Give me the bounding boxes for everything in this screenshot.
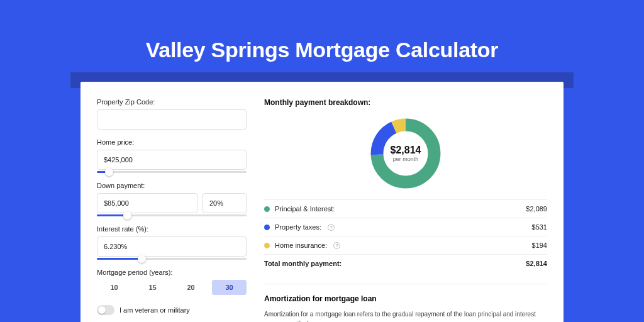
interest-slider-fill bbox=[97, 258, 142, 260]
home-price-input[interactable] bbox=[97, 150, 247, 170]
home-price-slider[interactable] bbox=[97, 171, 247, 173]
amortization-section: Amortization for mortgage loan Amortizat… bbox=[264, 284, 547, 322]
period-group: Mortgage period (years): 10 15 20 30 bbox=[97, 269, 247, 295]
zip-label: Property Zip Code: bbox=[97, 98, 247, 106]
down-payment-pct-input[interactable] bbox=[203, 193, 247, 213]
interest-slider[interactable] bbox=[97, 258, 247, 260]
legend: Principal & Interest: $2,089 Property ta… bbox=[264, 199, 547, 272]
legend-label-principal: Principal & Interest: bbox=[275, 205, 335, 213]
interest-label: Interest rate (%): bbox=[97, 225, 247, 233]
donut-wrap: $2,814 per month bbox=[264, 113, 547, 199]
legend-total-value: $2,814 bbox=[526, 260, 547, 267]
down-payment-group: Down payment: bbox=[97, 182, 247, 216]
legend-row-total: Total monthly payment: $2,814 bbox=[264, 255, 547, 272]
donut-amount: $2,814 bbox=[391, 145, 421, 156]
legend-label-insurance: Home insurance: bbox=[275, 242, 327, 249]
period-btn-10[interactable]: 10 bbox=[97, 280, 131, 295]
down-payment-label: Down payment: bbox=[97, 182, 247, 189]
donut-chart: $2,814 per month bbox=[368, 116, 443, 191]
home-price-group: Home price: bbox=[97, 138, 247, 173]
dot-insurance bbox=[264, 243, 270, 248]
calculator-panel: Property Zip Code: Home price: Down paym… bbox=[80, 82, 564, 322]
zip-input[interactable] bbox=[97, 109, 247, 130]
interest-slider-thumb[interactable] bbox=[138, 255, 146, 263]
interest-input[interactable] bbox=[97, 236, 247, 257]
legend-row-insurance: Home insurance: ? $194 bbox=[264, 236, 547, 255]
amortization-title: Amortization for mortgage loan bbox=[264, 294, 547, 303]
dot-taxes bbox=[264, 225, 270, 230]
down-payment-slider-thumb[interactable] bbox=[123, 211, 131, 219]
home-price-label: Home price: bbox=[97, 138, 247, 146]
form-column: Property Zip Code: Home price: Down paym… bbox=[97, 98, 247, 322]
period-label: Mortgage period (years): bbox=[97, 269, 247, 276]
period-btn-15[interactable]: 15 bbox=[135, 280, 170, 295]
legend-label-taxes: Property taxes: bbox=[275, 223, 321, 231]
legend-value-taxes: $531 bbox=[532, 223, 547, 231]
down-payment-input[interactable] bbox=[97, 193, 197, 213]
amortization-text: Amortization for a mortgage loan refers … bbox=[264, 309, 547, 322]
down-payment-slider[interactable] bbox=[97, 214, 247, 216]
legend-value-insurance: $194 bbox=[532, 242, 547, 249]
legend-total-label: Total monthly payment: bbox=[264, 260, 341, 267]
breakdown-title: Monthly payment breakdown: bbox=[264, 98, 547, 107]
zip-group: Property Zip Code: bbox=[97, 98, 247, 130]
legend-row-taxes: Property taxes: ? $531 bbox=[264, 218, 547, 236]
breakdown-column: Monthly payment breakdown: $2,814 per mo… bbox=[264, 98, 547, 322]
veteran-toggle[interactable] bbox=[97, 305, 114, 315]
veteran-label: I am veteran or military bbox=[119, 306, 190, 314]
help-icon[interactable]: ? bbox=[333, 242, 340, 249]
interest-group: Interest rate (%): bbox=[97, 225, 247, 260]
period-btn-30[interactable]: 30 bbox=[212, 280, 247, 295]
help-icon[interactable]: ? bbox=[328, 224, 335, 231]
veteran-row: I am veteran or military bbox=[97, 305, 247, 315]
donut-center: $2,814 per month bbox=[368, 116, 443, 191]
page-title: Valley Springs Mortgage Calculator bbox=[0, 0, 644, 74]
legend-value-principal: $2,089 bbox=[526, 205, 547, 213]
down-payment-slider-fill bbox=[97, 214, 127, 216]
legend-row-principal: Principal & Interest: $2,089 bbox=[264, 199, 547, 218]
period-buttons: 10 15 20 30 bbox=[97, 280, 247, 295]
period-btn-20[interactable]: 20 bbox=[174, 280, 208, 295]
donut-sub: per month bbox=[393, 156, 419, 162]
home-price-slider-thumb[interactable] bbox=[105, 168, 113, 176]
dot-principal bbox=[264, 206, 270, 212]
